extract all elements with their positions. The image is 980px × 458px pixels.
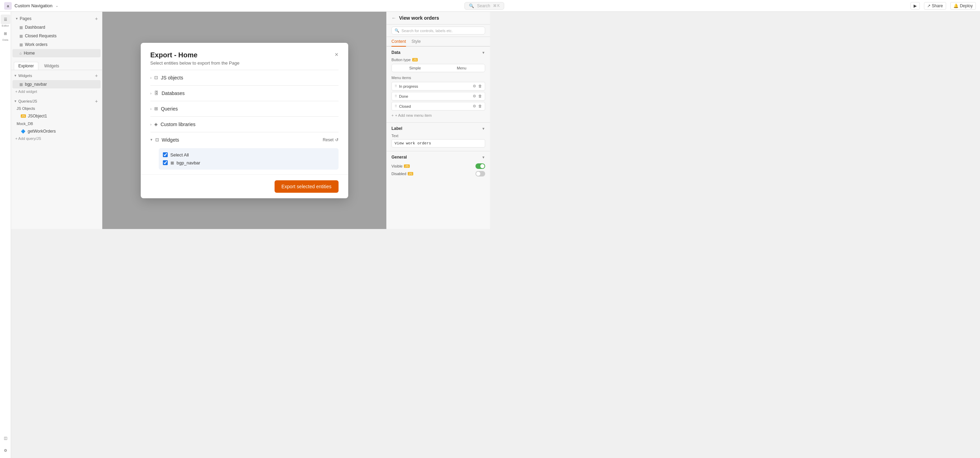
- button-type-menu[interactable]: Menu: [439, 64, 485, 72]
- js-objects-icon: ⊡: [154, 75, 158, 80]
- topbar: a Custom Navigation ⌄ 🔍 Search ⌘ K ▶ ↗ S…: [0, 0, 490, 12]
- add-query-btn[interactable]: +: [95, 98, 98, 104]
- right-panel-header: ← View work orders: [387, 12, 490, 25]
- work-orders-label: Work orders: [25, 42, 48, 47]
- data-section-title: Data: [391, 50, 401, 55]
- delete-in-progress[interactable]: 🗑: [478, 84, 482, 89]
- databases-label: Databases: [161, 90, 185, 96]
- right-panel-title: View work orders: [399, 15, 439, 21]
- select-all-row: Select All: [163, 151, 334, 159]
- sidebar-item-bgp-navbar[interactable]: ▦ bgp_navbar: [13, 80, 101, 89]
- add-page-button[interactable]: +: [95, 16, 98, 21]
- widgets-label: Widgets: [18, 74, 32, 78]
- databases-header[interactable]: › 🗄 Databases: [150, 90, 339, 96]
- data-icon[interactable]: ⊞: [1, 29, 10, 38]
- sidebar-item-dashboard[interactable]: ▦ Dashboard: [13, 23, 101, 32]
- menu-item-done-label: Done: [399, 94, 408, 98]
- widgets-chevron: ▼: [14, 74, 17, 78]
- tab-content[interactable]: Content: [391, 37, 406, 47]
- widget-items-container: Select All ▦ bgp_navbar: [159, 148, 339, 170]
- dashboard-label: Dashboard: [25, 25, 45, 30]
- label-section: Label ▼ Text View work orders: [387, 123, 490, 151]
- settings-closed[interactable]: ⚙: [473, 104, 476, 108]
- editor-icon[interactable]: ☰: [1, 14, 10, 24]
- general-section-header: General ▼: [391, 155, 485, 160]
- drag-handle-closed[interactable]: ⠿: [395, 104, 397, 108]
- bgp-navbar-checkbox[interactable]: [163, 160, 168, 165]
- right-panel-tabs: Content Style: [387, 37, 490, 47]
- js-objects-header[interactable]: › ⊡ JS objects: [150, 75, 339, 81]
- add-widget-link[interactable]: + Add widget: [11, 89, 102, 94]
- add-query-link[interactable]: + Add query/JS: [11, 136, 102, 141]
- add-menu-item-button[interactable]: + + Add new menu item: [391, 112, 485, 119]
- modal-title: Export - Home: [150, 51, 240, 59]
- sidebar-item-getworkorders[interactable]: 🔷 getWorkOrders: [13, 127, 101, 135]
- bgp-navbar-modal-icon: ▦: [170, 161, 174, 165]
- data-label: Data: [2, 39, 8, 41]
- data-icon-group[interactable]: ⊞ Data: [1, 29, 10, 41]
- general-section: General ▼ Visible JS Disabled JS: [387, 151, 490, 181]
- modal-overlay: Export - Home Select entities below to e…: [102, 12, 386, 229]
- text-subtitle: Text: [391, 134, 485, 138]
- settings-done[interactable]: ⚙: [473, 94, 476, 98]
- dashboard-icon: ▦: [19, 25, 23, 30]
- sidebar-item-home[interactable]: ⌂ Home: [13, 49, 101, 57]
- sidebar-item-jsobject1[interactable]: JS JSObject1: [13, 112, 101, 120]
- modal-close-button[interactable]: ×: [335, 51, 339, 59]
- add-widget-btn[interactable]: +: [95, 73, 98, 78]
- queries-header[interactable]: › ⊞ Queries: [150, 106, 339, 112]
- delete-closed[interactable]: 🗑: [478, 104, 482, 108]
- closed-requests-label: Closed Requests: [25, 33, 56, 38]
- modal-section-js-objects: › ⊡ JS objects: [150, 70, 339, 85]
- disabled-toggle[interactable]: [476, 171, 485, 176]
- pages-label: Pages: [20, 16, 32, 21]
- modal-section-custom-libraries: › ◈ Custom libraries: [150, 116, 339, 132]
- select-all-label: Select All: [170, 152, 189, 157]
- drag-handle-done[interactable]: ⠿: [395, 94, 397, 98]
- export-button[interactable]: Export selected entities: [275, 180, 339, 193]
- right-panel: ← View work orders 🔍 Search for controls…: [386, 12, 490, 229]
- back-button[interactable]: ←: [391, 15, 396, 21]
- custom-libraries-header[interactable]: › ◈ Custom libraries: [150, 122, 339, 127]
- data-section-header: Data ▼: [391, 50, 485, 55]
- js-objects-label: JS objects: [161, 75, 183, 81]
- app-title-chevron: ⌄: [55, 3, 59, 8]
- widgets-section-content: Select All ▦ bgp_navbar: [150, 143, 339, 170]
- settings-in-progress[interactable]: ⚙: [473, 84, 476, 89]
- label-section-chevron: ▼: [482, 127, 485, 131]
- sidebar-item-closed-requests[interactable]: ▦ Closed Requests: [13, 32, 101, 40]
- bgp-navbar-icon: ▦: [19, 82, 23, 87]
- pages-section: ▼ Pages + ▦ Dashboard ▦ Closed Requests …: [11, 12, 102, 60]
- tab-style[interactable]: Style: [412, 37, 421, 47]
- button-type-simple[interactable]: Simple: [392, 64, 439, 72]
- right-panel-search-input[interactable]: 🔍 Search for controls, labels etc.: [391, 27, 485, 35]
- home-icon: ⌂: [19, 51, 22, 55]
- queries-icon: ⊞: [154, 106, 158, 111]
- closed-requests-icon: ▦: [19, 34, 23, 38]
- modal-body: › ⊡ JS objects › 🗄 Databases: [141, 70, 348, 174]
- tab-widgets[interactable]: Widgets: [40, 62, 64, 70]
- pages-chevron: ▼: [15, 17, 18, 21]
- editor-icon-group[interactable]: ☰ Editor: [1, 14, 10, 27]
- label-section-header: Label ▼: [391, 126, 485, 131]
- modal-section-widgets: ▾ ⊡ Widgets Reset ↺: [150, 132, 339, 174]
- reset-button[interactable]: Reset ↺: [323, 138, 338, 142]
- visible-toggle[interactable]: [476, 163, 485, 169]
- right-panel-search: 🔍 Search for controls, labels etc.: [387, 25, 490, 37]
- drag-handle-in-progress[interactable]: ⠿: [395, 84, 397, 88]
- text-value: View work orders: [391, 139, 485, 147]
- tab-explorer[interactable]: Explorer: [14, 62, 38, 70]
- bgp-navbar-row: ▦ bgp_navbar: [163, 159, 334, 167]
- queries-chevron: ▼: [14, 100, 17, 103]
- widgets-header[interactable]: ▾ ⊡ Widgets Reset ↺: [150, 137, 339, 143]
- widgets-sub-header: ▼ Widgets +: [11, 71, 102, 80]
- search-bar[interactable]: 🔍 Search ⌘ K: [465, 2, 490, 10]
- delete-done[interactable]: 🗑: [478, 94, 482, 98]
- sidebar-item-work-orders[interactable]: ▦ Work orders: [13, 40, 101, 49]
- databases-icon: 🗄: [154, 90, 159, 96]
- queries-chevron: ›: [150, 107, 152, 111]
- select-all-checkbox[interactable]: [163, 152, 168, 157]
- custom-libraries-label: Custom libraries: [161, 122, 196, 127]
- visible-js-badge: JS: [404, 165, 410, 168]
- export-modal: Export - Home Select entities below to e…: [141, 43, 348, 198]
